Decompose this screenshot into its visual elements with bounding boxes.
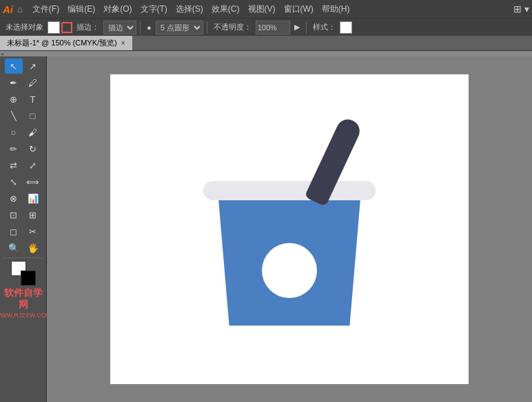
main-area: ↖ ↗ ✒ 🖊 ⊕ T ╲ □ ○ 🖌 ✏ ↻ ⇄ ⤢ ⤡ ⟺ — [0, 56, 532, 402]
menu-effect[interactable]: 效果(C) — [207, 3, 244, 15]
menu-window[interactable]: 窗口(W) — [280, 3, 318, 15]
tool-row-8: ⤡ ⟺ — [0, 173, 46, 190]
tool-row-11: ◻ ✂ — [0, 223, 46, 240]
watermark-url: WWW.RJZXW.COM — [0, 312, 51, 319]
bottom-tools: 软件自学网 WWW.RJZXW.COM — [0, 260, 46, 320]
curvature-tool[interactable]: 🖊 — [24, 75, 42, 90]
mirror-tool[interactable]: ⇄ — [5, 158, 23, 173]
direct-select-tool[interactable]: ↗ — [24, 59, 42, 74]
pen-tool[interactable]: ✒ — [5, 75, 23, 90]
scissors-tool[interactable]: ✂ — [24, 224, 42, 239]
divider-2 — [207, 21, 207, 34]
warp-tool[interactable]: ⤡ — [5, 174, 23, 189]
document-tab[interactable]: 未标题-1* @ 150% (CMYK/预览) × — [0, 36, 132, 50]
divider-1 — [140, 21, 141, 34]
menu-select[interactable]: 选择(S) — [172, 3, 207, 15]
tool-row-7: ⇄ ⤢ — [0, 157, 46, 173]
width-tool[interactable]: ⟺ — [24, 174, 42, 189]
slice-tool[interactable]: ⊞ — [24, 207, 42, 222]
collapse-handle[interactable]: ▸ — [0, 51, 532, 56]
tab-bar: 未标题-1* @ 150% (CMYK/预览) × — [0, 36, 532, 51]
lid-shape — [203, 181, 376, 200]
color-swatch-area[interactable] — [11, 261, 36, 286]
watermark-text: 软件自学网 — [1, 287, 45, 310]
ai-logo: Ai — [3, 3, 13, 15]
tool-row-6: ✏ ↻ — [0, 140, 46, 157]
hand-tool[interactable]: 🖐 — [24, 240, 42, 255]
eraser-tool[interactable]: ◻ — [5, 224, 23, 239]
pencil-tool[interactable]: ✏ — [5, 141, 23, 156]
blend-tool[interactable]: ⊗ — [5, 191, 23, 206]
divider-3 — [306, 21, 307, 34]
rotate-tool[interactable]: ↻ — [24, 141, 42, 156]
select-tool[interactable]: ↖ — [5, 59, 23, 74]
zoom-tool[interactable]: 🔍 — [5, 240, 23, 255]
paintbrush-tool[interactable]: 🖌 — [24, 125, 42, 140]
menu-help[interactable]: 帮助(H) — [318, 3, 354, 15]
title-bar: Ai ⌂ 文件(F) 编辑(E) 对象(O) 文字(T) 选择(S) 效果(C)… — [0, 0, 532, 18]
cup-body-shape — [210, 195, 369, 326]
tool-row-3: ⊕ T — [0, 91, 46, 107]
stroke-label: 描边： — [74, 21, 102, 33]
opacity-arrow[interactable]: ▶ — [291, 22, 303, 32]
tool-row-2: ✒ 🖊 — [0, 74, 46, 91]
rect-tool[interactable]: □ — [24, 108, 42, 123]
cup-circle-shape — [262, 243, 317, 298]
left-toolbox: ↖ ↗ ✒ 🖊 ⊕ T ╲ □ ○ 🖌 ✏ ↻ ⇄ ⤢ ⤡ ⟺ — [0, 56, 47, 402]
canvas-area — [47, 56, 532, 402]
fill-swatch[interactable] — [48, 21, 60, 34]
opacity-label: 不透明度： — [211, 21, 254, 33]
menu-text[interactable]: 文字(T) — [136, 3, 172, 15]
illustration — [193, 112, 386, 346]
toolbar: 未选择对象 描边： 描边 ● 5 点圆形 不透明度： ▶ 样式： — [0, 18, 532, 36]
background-swatch[interactable] — [21, 271, 36, 286]
menu-object[interactable]: 对象(O) — [99, 3, 136, 15]
home-icon[interactable]: ⌂ — [17, 4, 23, 14]
stroke-dropdown[interactable]: 描边 — [103, 21, 136, 34]
tool-row-12: 🔍 🖐 — [0, 240, 46, 256]
anchor-tool[interactable]: ⊕ — [5, 92, 23, 107]
points-dropdown[interactable]: 5 点圆形 — [156, 21, 203, 34]
menu-edit[interactable]: 编辑(E) — [63, 3, 99, 15]
style-swatch[interactable] — [340, 21, 352, 34]
line-tool[interactable]: ╲ — [5, 108, 23, 123]
points-icon: ● — [144, 23, 154, 32]
tool-row-5: ○ 🖌 — [0, 124, 46, 140]
tab-title: 未标题-1* @ 150% (CMYK/预览) — [7, 38, 117, 48]
tool-divider — [2, 257, 43, 258]
artboard-tool[interactable]: ⊡ — [5, 207, 23, 222]
white-canvas — [110, 74, 469, 384]
no-selection-label: 未选择对象 — [3, 21, 46, 33]
scale-tool[interactable]: ⤢ — [24, 158, 42, 173]
opacity-input[interactable] — [256, 21, 290, 34]
stroke-swatch[interactable] — [61, 22, 72, 33]
style-label: 样式： — [310, 21, 338, 33]
type-tool[interactable]: T — [24, 92, 42, 107]
tool-row-4: ╲ □ — [0, 107, 46, 124]
workspace-icon[interactable]: ⊞ ▾ — [513, 3, 529, 14]
ellipse-tool[interactable]: ○ — [5, 125, 23, 140]
tool-row-9: ⊗ 📊 — [0, 190, 46, 207]
column-chart-tool[interactable]: 📊 — [24, 191, 42, 206]
tool-row-10: ⊡ ⊞ — [0, 207, 46, 223]
menu-view[interactable]: 视图(V) — [244, 3, 280, 15]
tab-close-button[interactable]: × — [121, 39, 125, 47]
menu-file[interactable]: 文件(F) — [28, 3, 63, 15]
tool-row-1: ↖ ↗ — [0, 58, 46, 74]
